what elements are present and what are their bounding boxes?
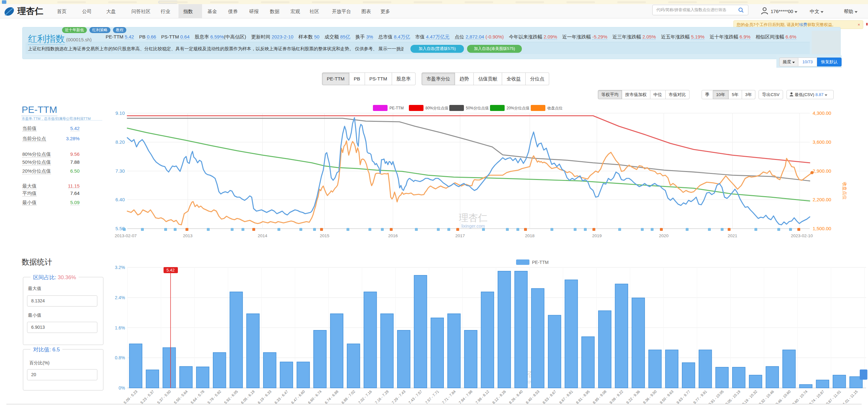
svg-text:1.6%: 1.6% bbox=[115, 325, 125, 330]
svg-text:10.60 - 10.74: 10.60 - 10.74 bbox=[790, 389, 808, 404]
svg-text:收盘点位: 收盘点位 bbox=[547, 106, 562, 110]
svg-text:7.30: 7.30 bbox=[116, 168, 125, 174]
svg-text:7.84 - 7.98: 7.84 - 7.98 bbox=[458, 389, 473, 404]
svg-text:50%分位点值: 50%分位点值 bbox=[466, 106, 489, 110]
svg-text:9.91 - 10.05: 9.91 - 10.05 bbox=[708, 389, 724, 404]
svg-text:4,300.00: 4,300.00 bbox=[813, 110, 831, 116]
svg-text:2,200.00: 2,200.00 bbox=[813, 197, 831, 202]
svg-text:5.37 - 5.50: 5.37 - 5.50 bbox=[157, 389, 172, 404]
svg-text:8.95 - 9.08: 8.95 - 9.08 bbox=[592, 389, 607, 404]
svg-text:10.87 - 11.01: 10.87 - 11.01 bbox=[824, 389, 842, 404]
svg-text:9.36 - 9.50: 9.36 - 9.50 bbox=[643, 389, 657, 404]
svg-text:5.92 - 6.05: 5.92 - 6.05 bbox=[223, 389, 238, 404]
svg-text:8.81 - 8.95: 8.81 - 8.95 bbox=[575, 389, 590, 404]
svg-text:20%分位点值: 20%分位点值 bbox=[506, 106, 529, 110]
svg-text:5.50 - 5.64: 5.50 - 5.64 bbox=[174, 389, 189, 404]
svg-text:PE-TTM: PE-TTM bbox=[532, 260, 549, 265]
svg-text:5.42: 5.42 bbox=[166, 268, 174, 272]
svg-text:7.57 - 7.71: 7.57 - 7.71 bbox=[425, 389, 439, 404]
svg-text:PE-TTM: PE-TTM bbox=[390, 106, 404, 110]
svg-text:1,500.00: 1,500.00 bbox=[813, 226, 831, 231]
svg-text:6.40: 6.40 bbox=[116, 197, 125, 202]
svg-text:8.12 - 8.26: 8.12 - 8.26 bbox=[492, 389, 506, 404]
svg-text:2016: 2016 bbox=[388, 233, 398, 238]
svg-text:8.20: 8.20 bbox=[116, 139, 125, 145]
svg-text:6.19 - 6.33: 6.19 - 6.33 bbox=[257, 389, 272, 404]
svg-text:6.74 - 6.88: 6.74 - 6.88 bbox=[324, 389, 339, 404]
svg-text:收盘点位: 收盘点位 bbox=[842, 182, 847, 200]
svg-text:10.46 - 10.60: 10.46 - 10.60 bbox=[774, 389, 791, 404]
svg-text:9.08 - 9.22: 9.08 - 9.22 bbox=[609, 389, 624, 404]
svg-text:7.02 - 7.16: 7.02 - 7.16 bbox=[358, 389, 373, 404]
svg-text:11.01 - 11.15: 11.01 - 11.15 bbox=[841, 389, 859, 404]
svg-text:7.71 - 7.84: 7.71 - 7.84 bbox=[441, 389, 457, 404]
svg-text:5.09 - 5.23: 5.09 - 5.23 bbox=[123, 389, 138, 404]
svg-text:0%: 0% bbox=[119, 385, 125, 391]
svg-text:5.23 - 5.37: 5.23 - 5.37 bbox=[140, 389, 155, 404]
svg-text:80%分位点值: 80%分位点值 bbox=[426, 106, 448, 110]
svg-text:3,600.00: 3,600.00 bbox=[813, 139, 831, 145]
svg-text:2021: 2021 bbox=[728, 233, 737, 238]
svg-text:7.98 - 8.12: 7.98 - 8.12 bbox=[475, 389, 490, 404]
svg-text:3.2%: 3.2% bbox=[115, 265, 125, 270]
svg-text:8.40 - 8.53: 8.40 - 8.53 bbox=[525, 389, 540, 404]
svg-text:8.67 - 8.81: 8.67 - 8.81 bbox=[558, 389, 574, 404]
svg-text:6.88 - 7.02: 6.88 - 7.02 bbox=[341, 389, 356, 404]
svg-text:2019: 2019 bbox=[592, 233, 602, 238]
svg-text:5.78 - 5.92: 5.78 - 5.92 bbox=[207, 389, 222, 404]
svg-text:6.05 - 6.19: 6.05 - 6.19 bbox=[240, 389, 255, 404]
svg-text:6.33 - 6.47: 6.33 - 6.47 bbox=[274, 389, 288, 404]
svg-text:7.43 - 7.57: 7.43 - 7.57 bbox=[408, 389, 423, 404]
svg-text:7.29 - 7.43: 7.29 - 7.43 bbox=[391, 389, 406, 404]
svg-text:lixinger.com: lixinger.com bbox=[461, 224, 485, 229]
svg-text:理杏仁: 理杏仁 bbox=[459, 212, 488, 223]
svg-text:10.05 - 10.19: 10.05 - 10.19 bbox=[723, 389, 741, 404]
svg-text:2023-02-10: 2023-02-10 bbox=[791, 233, 813, 238]
svg-text:9.50 - 9.63: 9.50 - 9.63 bbox=[659, 389, 674, 404]
svg-text:9.77 - 9.91: 9.77 - 9.91 bbox=[693, 389, 708, 404]
svg-text:0.8%: 0.8% bbox=[115, 355, 125, 360]
svg-text:5.64 - 5.78: 5.64 - 5.78 bbox=[190, 389, 205, 404]
svg-text:2020: 2020 bbox=[659, 233, 669, 238]
svg-text:2018: 2018 bbox=[525, 233, 534, 238]
svg-text:2,900.00: 2,900.00 bbox=[813, 168, 831, 174]
svg-text:9.22 - 9.36: 9.22 - 9.36 bbox=[625, 389, 641, 404]
svg-text:7.16 - 7.29: 7.16 - 7.29 bbox=[374, 389, 389, 404]
svg-text:10.74 - 10.87: 10.74 - 10.87 bbox=[807, 389, 825, 404]
svg-text:8.53 - 8.67: 8.53 - 8.67 bbox=[542, 389, 557, 404]
svg-text:6.60 - 6.74: 6.60 - 6.74 bbox=[307, 389, 323, 404]
svg-text:10.19 - 10.32: 10.19 - 10.32 bbox=[740, 389, 758, 404]
svg-text:2013-02-07: 2013-02-07 bbox=[115, 233, 136, 238]
svg-text:9.10: 9.10 bbox=[116, 110, 125, 116]
svg-text:10.32 - 10.46: 10.32 - 10.46 bbox=[757, 389, 774, 404]
svg-text:2013: 2013 bbox=[183, 233, 192, 238]
svg-text:9.63 - 9.77: 9.63 - 9.77 bbox=[676, 389, 691, 404]
svg-text:2.4%: 2.4% bbox=[115, 295, 125, 300]
svg-text:2015: 2015 bbox=[320, 233, 329, 238]
svg-text:8.26 - 8.40: 8.26 - 8.40 bbox=[508, 389, 523, 404]
svg-text:2014: 2014 bbox=[258, 233, 268, 238]
svg-text:2017: 2017 bbox=[455, 233, 465, 238]
svg-text:6.47 - 6.60: 6.47 - 6.60 bbox=[290, 389, 306, 404]
